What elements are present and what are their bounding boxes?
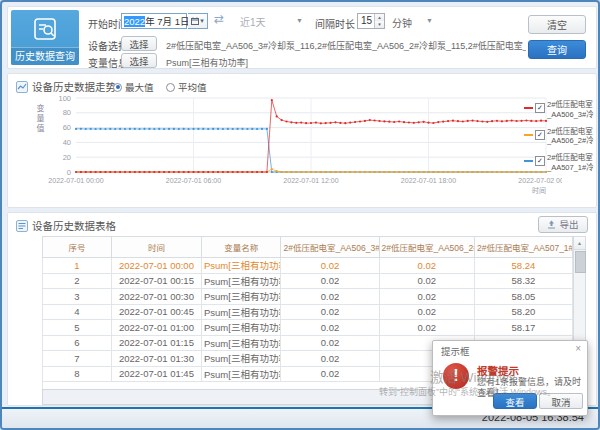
date-picker-button[interactable]: ▾ [188, 13, 208, 29]
date-rest: 年 7月 1日 [145, 16, 189, 27]
svg-text:时间: 时间 [532, 186, 546, 195]
export-label: 导出 [559, 217, 578, 233]
legend-item: ✓2#低压配电室_AA506_3#冷却泵 [524, 100, 594, 120]
svg-text:2022-07-01 12:00: 2022-07-01 12:00 [283, 177, 338, 184]
legend-item: ✓2#低压配电室_AA506_2#冷却泵 [524, 127, 594, 147]
legend-item: ✓2#低压配电室_AA507_1#冷却泵 [524, 153, 594, 173]
legend-label: 2#低压配电室_AA506_3#冷却泵 [547, 100, 594, 120]
table-cell: 0.02 [281, 335, 379, 351]
table-row[interactable]: 32022-07-01 00:30Psum[三相有功功率]0.020.0258.… [43, 289, 573, 305]
radio-icon [113, 83, 122, 92]
svg-text:2022-07-01 18:00: 2022-07-01 18:00 [401, 177, 456, 184]
table-cell: 0.02 [281, 304, 379, 320]
variable-select-button[interactable]: 选择 [121, 53, 157, 68]
table-cell: 0.02 [379, 289, 474, 305]
dialog-title: 提示框 [441, 344, 470, 358]
time-range-select[interactable]: 近1天 [240, 14, 296, 29]
table-cell: 2022-07-01 00:45 [111, 304, 201, 320]
device-select-button[interactable]: 选择 [121, 36, 157, 51]
history-table-head: 序号时间变量名称2#低压配电室_AA506_3#冷却泵...2#低压配电室_AA… [43, 237, 573, 258]
table-cell: Psum[三相有功功率] [201, 351, 281, 367]
legend-label: 2#低压配电室_AA507_1#冷却泵 [547, 153, 594, 173]
interval-stepper[interactable]: 15 ▲▼ [357, 13, 385, 29]
table-cell: Psum[三相有功功率] [201, 335, 281, 351]
export-button[interactable]: 导出 [538, 216, 588, 233]
legend-checkbox[interactable]: ✓ [535, 130, 545, 140]
table-row[interactable]: 52022-07-01 01:00Psum[三相有功功率]0.020.0258.… [43, 320, 573, 336]
table-cell: 58.17 [474, 320, 572, 336]
table-column-header: 变量名称 [201, 237, 281, 258]
cancel-button[interactable]: 取消 [539, 393, 583, 409]
scroll-up-icon[interactable]: ▲ [574, 237, 585, 250]
table-cell: 58.24 [474, 258, 572, 274]
svg-text:2022-07-01 00:00: 2022-07-01 00:00 [48, 177, 103, 184]
chevron-down-icon[interactable]: ▼ [426, 17, 433, 24]
chevron-down-icon[interactable]: ▼ [296, 17, 303, 24]
swap-arrows-icon[interactable]: ⇄ [214, 12, 224, 26]
table-column-header: 2#低压配电室_AA506_2#冷却泵... [379, 237, 474, 258]
interval-unit-select[interactable]: 分钟 [392, 15, 412, 30]
view-button[interactable]: 查看 [493, 393, 537, 409]
close-icon[interactable]: × [575, 343, 581, 354]
svg-text:80: 80 [63, 108, 71, 117]
table-cell: 0.02 [379, 273, 474, 289]
legend-line-sample [524, 134, 533, 136]
legend-checkbox[interactable]: ✓ [535, 156, 545, 166]
scrollbar-thumb[interactable] [575, 251, 586, 273]
interval-label: 间隔时长 : [315, 16, 361, 31]
table-cell: 2022-07-01 01:15 [111, 335, 201, 351]
table-cell: 5 [43, 320, 112, 336]
table-cell: 0.02 [281, 289, 379, 305]
calendar-icon [191, 17, 199, 25]
app-title: 历史数据查询 [11, 47, 79, 65]
start-date-input[interactable]: 2022年 7月 1日 [121, 13, 187, 29]
variable-text: Psum[三相有功功率] [166, 56, 248, 69]
table-cell: Psum[三相有功功率] [201, 304, 281, 320]
table-cell: 6 [43, 335, 112, 351]
radio-icon [166, 83, 175, 92]
table-cell: 58.05 [474, 289, 572, 305]
legend-line-sample [524, 160, 533, 162]
table-cell: 1 [43, 258, 112, 274]
svg-text:2022-07-01 06:00: 2022-07-01 06:00 [166, 177, 221, 184]
app-logo: 历史数据查询 [11, 10, 79, 65]
table-row[interactable]: 12022-07-01 00:00Psum[三相有功功率]0.020.0258.… [43, 258, 573, 274]
trend-chart-icon [16, 79, 28, 97]
table-cell: 2022-07-01 01:30 [111, 351, 201, 367]
stepper-up-icon[interactable]: ▲ [375, 14, 384, 21]
table-cell: 4 [43, 304, 112, 320]
table-cell: Psum[三相有功功率] [201, 320, 281, 336]
table-cell: 0.02 [379, 258, 474, 274]
table-cell: Psum[三相有功功率] [201, 289, 281, 305]
table-cell: 7 [43, 351, 112, 367]
table-column-header: 2#低压配电室_AA507_1#冷却泵... [474, 237, 572, 258]
trend-chart-panel: 设备历史数据走势 最大值 平均值 变量值 0204060801002022-07… [7, 73, 597, 208]
table-row[interactable]: 42022-07-01 00:45Psum[三相有功功率]0.020.0258.… [43, 304, 573, 320]
table-cell: 0.02 [281, 258, 379, 274]
trend-chart-svg: 0204060801002022-07-01 00:002022-07-01 0… [38, 92, 562, 196]
table-column-header: 2#低压配电室_AA506_3#冷却泵... [281, 237, 379, 258]
legend-checkbox[interactable]: ✓ [535, 103, 545, 113]
table-cell: 58.32 [474, 273, 572, 289]
table-cell: 2022-07-01 00:15 [111, 273, 201, 289]
clear-button[interactable]: 清空 [528, 15, 586, 34]
table-cell: 2022-07-01 00:00 [111, 258, 201, 274]
alert-icon: ! [443, 363, 469, 389]
svg-text:60: 60 [63, 123, 71, 132]
chart-legend: ✓2#低压配电室_AA506_3#冷却泵✓2#低压配电室_AA506_2#冷却泵… [524, 100, 594, 180]
svg-text:40: 40 [63, 138, 71, 147]
table-column-header: 序号 [43, 237, 112, 258]
history-table-title: 设备历史数据表格 [32, 218, 116, 233]
table-cell: 0.02 [281, 320, 379, 336]
table-row[interactable]: 22022-07-01 00:15Psum[三相有功功率]0.020.0258.… [43, 273, 573, 289]
stepper-down-icon[interactable]: ▼ [375, 21, 384, 28]
query-button[interactable]: 查询 [528, 40, 586, 59]
table-cell: Psum[三相有功功率] [201, 366, 281, 382]
date-year: 2022 [124, 16, 145, 27]
table-cell: Psum[三相有功功率] [201, 273, 281, 289]
legend-label: 2#低压配电室_AA506_2#冷却泵 [547, 127, 594, 147]
table-cell: 2022-07-01 01:00 [111, 320, 201, 336]
export-icon [547, 220, 556, 229]
svg-text:100: 100 [58, 94, 71, 103]
table-cell: 58.20 [474, 304, 572, 320]
